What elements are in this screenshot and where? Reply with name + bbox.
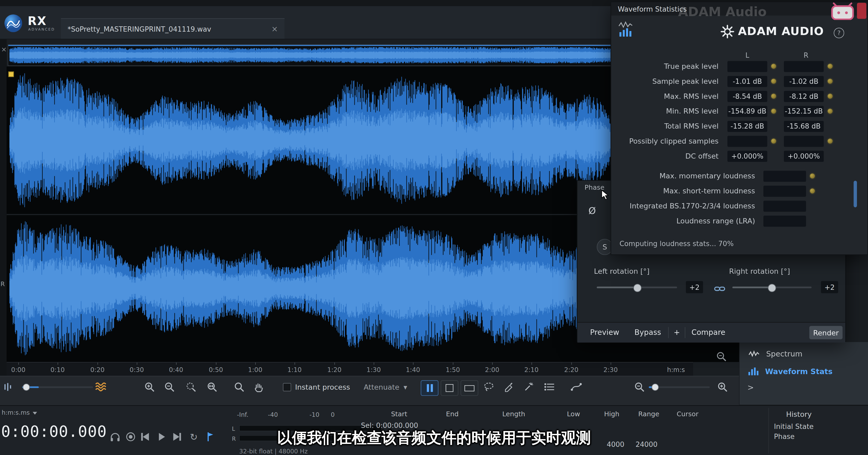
frequency-selection-button[interactable]	[461, 380, 478, 396]
zoom-selection-icon[interactable]	[185, 381, 197, 393]
menu-item-edit[interactable]: Edit	[17, 5, 29, 6]
history-item-initial-state[interactable]: Initial State	[774, 422, 813, 431]
timeline-tick-label: 0:50	[209, 366, 223, 374]
loudness-value	[763, 200, 806, 211]
stat-value-l	[727, 61, 767, 72]
render-button[interactable]: Render	[809, 326, 842, 339]
stereo-link-icon[interactable]	[714, 284, 725, 294]
harmonics-tool-icon[interactable]	[544, 381, 556, 393]
magic-wand-icon[interactable]	[523, 381, 535, 393]
module-item-spectrum[interactable]: Spectrum	[740, 345, 868, 362]
stats-window-title: Waveform Statistics	[618, 5, 687, 13]
selection-header-length: Length	[502, 410, 525, 418]
file-tab[interactable]: *SoPretty_MASTERINGPRINT_041119.wav ×	[61, 18, 284, 39]
adam-audio-brand-text: ADAM AUDIO	[738, 25, 824, 38]
stats-row-sample-peak: Sample peak level -1.01 dB -1.02 dB	[611, 74, 867, 89]
stats-row-total-rms: Total RMS level -15.28 dB -15.68 dB	[611, 119, 867, 134]
module-item-label: Spectrum	[766, 349, 803, 358]
history-panel-title: History	[786, 410, 812, 419]
timeline-unit-label[interactable]: h:m:s	[667, 366, 685, 374]
stats-column-l: L	[745, 51, 749, 60]
stats-row-min-rms: Min. RMS level -154.89 dB -152.15 dB	[611, 104, 867, 119]
clip-indicator-led	[810, 174, 815, 179]
history-item-phase[interactable]: Phase	[774, 432, 795, 441]
playhead-marker[interactable]	[8, 72, 14, 77]
curve-tool-icon[interactable]	[570, 381, 582, 393]
waveform-overview[interactable]	[8, 44, 695, 66]
timeline-tick-label: 0:30	[130, 366, 144, 374]
right-rotation-label: Right rotation [°]	[729, 267, 790, 276]
zoom-fit-icon[interactable]	[206, 381, 218, 393]
selection-header-cursor: Cursor	[677, 410, 699, 418]
time-frequency-selection-button[interactable]	[441, 380, 458, 396]
skip-forward-button[interactable]	[170, 430, 184, 444]
compare-button[interactable]: Compare	[691, 328, 725, 336]
menu-item-help[interactable]: Help	[212, 5, 226, 6]
stats-row-dc-offset: DC offset +0.000% +0.000%	[611, 149, 867, 164]
timeline-ruler[interactable]: 0:00 0:10 0:20 0:30 0:40 0:50 1:00 1:10 …	[7, 362, 693, 376]
magnifier-tool-icon[interactable]	[233, 381, 245, 393]
process-mode-dropdown[interactable]: Attenuate	[364, 383, 399, 392]
clip-indicator-led	[771, 139, 776, 144]
clip-indicator-led	[771, 79, 776, 84]
stats-row-loudness-range: Loudness range (LRA)	[611, 214, 867, 228]
zoom-out-vertical-icon[interactable]	[716, 351, 727, 364]
mouse-cursor	[601, 190, 610, 203]
loudness-value	[763, 186, 806, 197]
instant-process-checkbox[interactable]	[283, 383, 291, 392]
stat-value-r: -1.02 dB	[784, 76, 824, 87]
time-selection-button[interactable]	[421, 380, 438, 396]
preview-button[interactable]: Preview	[590, 328, 619, 336]
monitor-headphones-icon[interactable]	[108, 430, 122, 444]
add-button[interactable]: +	[674, 328, 680, 336]
rx-logo: RX ADVANCED	[3, 13, 59, 35]
tab-close-icon[interactable]: ×	[272, 25, 278, 33]
module-list-expand-chevron[interactable]: >	[747, 383, 754, 392]
marker-flag-button[interactable]	[204, 430, 217, 444]
right-rotation-slider-knob[interactable]	[768, 284, 776, 292]
zoom-in-horizontal-icon[interactable]	[144, 381, 155, 393]
panel-scrollbar-thumb[interactable]	[854, 181, 857, 207]
audio-format-info: 32-bit float | 48000 Hz	[239, 448, 308, 455]
brush-tool-icon[interactable]	[502, 381, 515, 393]
meter-scale-40: -40	[268, 411, 278, 418]
timeline-tick-label: 2:20	[564, 366, 578, 374]
zoom-out-horizontal-icon[interactable]	[163, 381, 176, 393]
dropdown-chevron-icon[interactable]: ▾	[404, 383, 407, 392]
history-divider	[768, 408, 769, 454]
stats-row-short-term-loudness: Max. short-term loudness	[611, 183, 867, 198]
menu-item-view[interactable]: View	[46, 5, 61, 6]
zoom-out-amplitude-icon[interactable]	[633, 381, 645, 393]
view-blend-slider-knob[interactable]	[23, 383, 30, 391]
loudness-value	[763, 215, 806, 226]
bypass-button[interactable]: Bypass	[634, 328, 661, 336]
menu-item-modules[interactable]: Modules	[79, 5, 105, 6]
menu-item-window[interactable]: Window	[169, 5, 194, 6]
waveform-view-icon[interactable]	[2, 381, 14, 393]
loudness-value	[763, 170, 806, 181]
stats-row-clipped-samples: Possibly clipped samples	[611, 134, 867, 149]
spectrogram-view-icon[interactable]	[95, 381, 107, 393]
loop-button[interactable]: ↻	[187, 430, 200, 444]
meter-scale-0: 0	[331, 411, 335, 418]
menu-item-transport[interactable]: Transport	[122, 5, 152, 6]
record-button[interactable]	[124, 430, 137, 444]
clip-indicator-led	[810, 189, 815, 193]
right-rotation-value[interactable]: +2	[821, 281, 838, 293]
zoom-in-amplitude-icon[interactable]	[716, 381, 728, 393]
amplitude-zoom-slider-knob[interactable]	[651, 383, 658, 391]
help-icon[interactable]: ?	[834, 28, 844, 38]
hand-tool-icon[interactable]	[252, 381, 265, 393]
time-format-selector[interactable]: h:m:s.ms	[2, 409, 37, 416]
play-button[interactable]	[155, 430, 168, 444]
lasso-tool-icon[interactable]	[483, 381, 495, 393]
waveform-overview-canvas[interactable]	[8, 45, 694, 64]
module-item-waveform-stats[interactable]: Waveform Stats	[740, 363, 868, 380]
clip-indicator-led	[828, 64, 833, 69]
stats-window-titlebar[interactable]: Waveform Statistics	[611, 2, 867, 15]
clip-indicator-led	[828, 94, 833, 99]
stats-column-r: R	[804, 51, 808, 60]
left-rotation-slider-knob[interactable]	[633, 284, 642, 292]
skip-back-button[interactable]	[138, 430, 152, 444]
left-rotation-value[interactable]: +2	[686, 281, 703, 293]
